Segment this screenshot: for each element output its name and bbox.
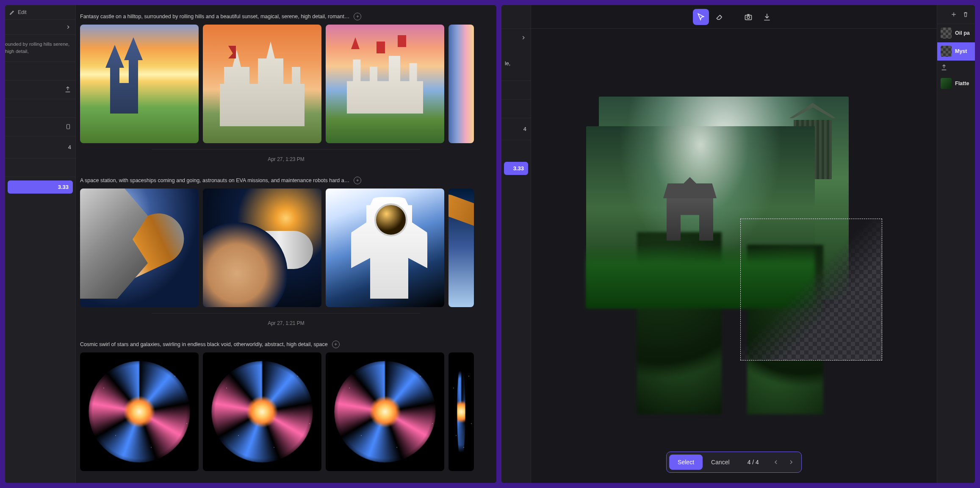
- select-button[interactable]: Select: [669, 455, 703, 470]
- portrait-icon: [65, 123, 71, 130]
- layer-label: Flatte: [955, 80, 969, 86]
- upload-icon: [941, 64, 947, 71]
- generation-history-pane: Edit ounded by rolling hills serene, hig…: [5, 5, 496, 483]
- next-result-button[interactable]: [783, 455, 799, 470]
- add-layer-button[interactable]: [949, 9, 959, 19]
- layer-upload-row[interactable]: [937, 61, 975, 75]
- sidebar-collapse[interactable]: [501, 29, 531, 47]
- generation-thumb[interactable]: [203, 25, 321, 143]
- generation-group: A space station, with spaceships coming …: [80, 173, 496, 333]
- eraser-tool[interactable]: [711, 9, 728, 25]
- layer-label: Myst: [955, 48, 967, 54]
- edit-label: Edit: [18, 9, 27, 15]
- generation-thumb[interactable]: [448, 352, 474, 471]
- prev-result-button[interactable]: [768, 455, 783, 470]
- layer-row[interactable]: Myst: [937, 42, 975, 61]
- generation-prompt: Cosmic swirl of stars and galaxies, swir…: [80, 341, 328, 347]
- upload-row[interactable]: [5, 80, 75, 99]
- generation-thumb[interactable]: [80, 25, 199, 143]
- generate-cost-button[interactable]: 3.33: [504, 162, 528, 175]
- edit-row[interactable]: Edit: [5, 5, 75, 20]
- generation-thumb[interactable]: [448, 189, 474, 307]
- svg-rect-0: [67, 125, 70, 129]
- aspect-row[interactable]: [5, 118, 75, 136]
- prompt-preview: le,: [501, 47, 531, 80]
- generation-thumb[interactable]: [326, 189, 444, 307]
- generation-group: Cosmic swirl of stars and galaxies, swir…: [80, 337, 496, 471]
- generation-group: Fantasy castle on a hilltop, surrounded …: [80, 9, 496, 169]
- generation-gallery: Fantasy castle on a hilltop, surrounded …: [76, 5, 496, 483]
- generation-timestamp: Apr 27, 1:21 PM: [152, 313, 420, 333]
- upload-icon: [64, 86, 71, 93]
- generation-prompt: A space station, with spaceships coming …: [80, 177, 349, 183]
- generation-thumb[interactable]: [80, 189, 199, 307]
- layer-row[interactable]: Oil pa: [937, 24, 975, 42]
- layer-thumb: [941, 78, 952, 89]
- canvas-editor-pane: le, 4 3.33: [501, 5, 975, 483]
- svg-point-2: [747, 16, 750, 18]
- canvas-action-bar: Select Cancel 4 / 4: [666, 452, 802, 473]
- generation-thumb[interactable]: [80, 352, 199, 471]
- generate-cost-button[interactable]: 3.33: [8, 180, 73, 194]
- generation-thumb[interactable]: [448, 25, 474, 143]
- temple-decoration: [658, 177, 722, 241]
- canvas-area: Select Cancel 4 / 4: [531, 5, 937, 483]
- generation-thumb[interactable]: [203, 189, 321, 307]
- layers-panel: Oil pa Myst Flatte: [937, 5, 975, 483]
- count-row[interactable]: 4: [501, 118, 531, 140]
- count-row[interactable]: 4: [5, 136, 75, 158]
- add-to-prompt-button[interactable]: +: [354, 177, 361, 184]
- prompt-preview: ounded by rolling hills serene, high det…: [5, 35, 75, 62]
- chevron-right-icon: [520, 35, 526, 41]
- settings-row-3[interactable]: [5, 158, 75, 177]
- camera-tool[interactable]: [740, 9, 756, 25]
- generation-prompt: Fantasy castle on a hilltop, surrounded …: [80, 14, 349, 19]
- sidebar-collapse[interactable]: [5, 20, 75, 35]
- pointer-tool[interactable]: [693, 9, 709, 25]
- selection-region[interactable]: [740, 219, 882, 360]
- canvas-toolbar: [531, 5, 937, 29]
- pencil-icon: [9, 9, 15, 15]
- cancel-button[interactable]: Cancel: [703, 455, 738, 470]
- layer-thumb: [941, 46, 952, 57]
- generation-thumb[interactable]: [326, 352, 444, 471]
- result-counter: 4 / 4: [738, 459, 768, 466]
- right-settings-sidebar: le, 4 3.33: [501, 5, 531, 483]
- layer-row[interactable]: Flatte: [937, 75, 975, 93]
- settings-row-2[interactable]: [5, 99, 75, 118]
- delete-layer-button[interactable]: [961, 9, 971, 19]
- canvas-viewport[interactable]: Select Cancel 4 / 4: [531, 29, 937, 483]
- chevron-right-icon: [65, 24, 71, 30]
- download-tool[interactable]: [759, 9, 775, 25]
- generation-timestamp: Apr 27, 1:23 PM: [152, 149, 420, 169]
- generation-thumb[interactable]: [203, 352, 321, 471]
- layer-label: Oil pa: [955, 30, 970, 36]
- add-to-prompt-button[interactable]: +: [332, 341, 340, 348]
- left-settings-sidebar: Edit ounded by rolling hills serene, hig…: [5, 5, 76, 483]
- add-to-prompt-button[interactable]: +: [354, 13, 361, 20]
- generation-thumb[interactable]: [326, 25, 444, 143]
- layer-thumb: [941, 28, 952, 39]
- settings-row-1[interactable]: [5, 62, 75, 80]
